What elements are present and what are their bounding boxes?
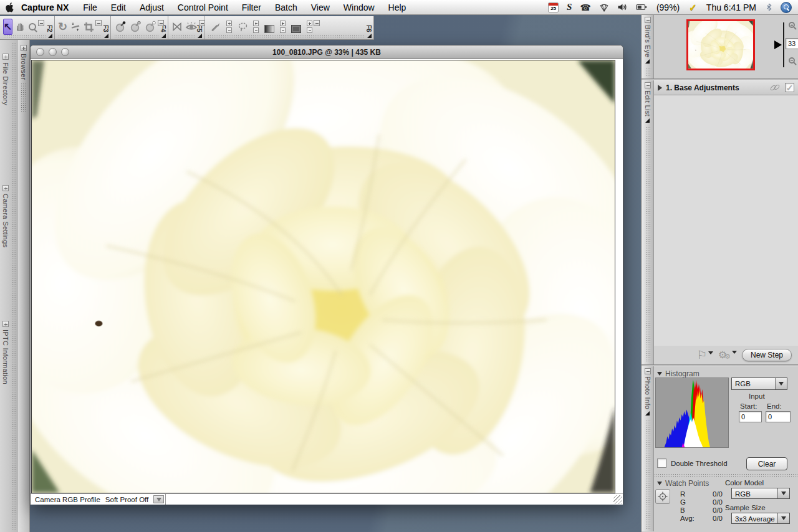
start-input[interactable]: 0 xyxy=(739,411,762,422)
group-drag-strip[interactable] xyxy=(208,34,365,38)
volume-icon[interactable] xyxy=(617,2,628,12)
lasso-minus-button[interactable] xyxy=(253,27,259,33)
menu-adjust[interactable]: Adjust xyxy=(133,0,171,15)
phone-menu-icon[interactable]: ☎ xyxy=(580,2,590,12)
apple-menu[interactable] xyxy=(0,2,19,12)
tab-camera-settings[interactable]: Camera Settings xyxy=(2,185,9,247)
black-control-point-tool[interactable] xyxy=(114,19,127,35)
group-resize-corner-icon[interactable] xyxy=(367,34,372,38)
menu-file[interactable]: File xyxy=(76,0,104,15)
collapse-minus-icon[interactable] xyxy=(645,82,651,88)
brush-plus-button[interactable] xyxy=(226,21,232,26)
zoom-slider-pointer-icon[interactable] xyxy=(774,40,782,49)
yellow-check-menu-icon[interactable]: ✓ xyxy=(689,2,697,13)
calendar-menu-icon[interactable]: 25 xyxy=(548,2,559,12)
white-control-point-tool[interactable] xyxy=(144,19,156,35)
minimize-button[interactable] xyxy=(49,48,57,56)
group-resize-corner-icon[interactable] xyxy=(48,34,52,38)
browser-drag-strip[interactable] xyxy=(21,82,26,112)
tab-drag-strip[interactable] xyxy=(645,67,650,77)
watch-points-header[interactable]: Watch Points xyxy=(657,479,709,488)
new-step-button[interactable]: New Step xyxy=(742,349,792,361)
gradient-plus-button[interactable] xyxy=(280,21,286,26)
menu-view[interactable]: View xyxy=(304,0,337,15)
tab-photo-info[interactable]: Photo Info xyxy=(642,366,654,531)
tab-file-directory[interactable]: File Directory xyxy=(2,54,9,105)
collapse-minus-icon[interactable] xyxy=(645,368,651,374)
hand-tool[interactable] xyxy=(15,19,25,35)
dropdown-button[interactable] xyxy=(777,488,789,498)
group-minimize-button[interactable] xyxy=(95,20,102,26)
double-threshold-checkbox[interactable] xyxy=(657,458,666,468)
color-model-dropdown[interactable]: RGB xyxy=(731,488,790,499)
birds-eye-thumbnail[interactable] xyxy=(686,19,755,70)
airport-wifi-icon[interactable] xyxy=(599,3,609,12)
step-enabled-checkbox[interactable]: ✓ xyxy=(785,83,794,92)
zoom-button[interactable] xyxy=(61,48,69,56)
gradient-tool[interactable] xyxy=(261,19,277,35)
fill-minus-button[interactable] xyxy=(307,27,312,33)
clear-button[interactable]: Clear xyxy=(746,457,787,470)
tab-drag-strip[interactable] xyxy=(645,419,650,530)
fill-tool[interactable] xyxy=(288,19,304,35)
group-resize-corner-icon[interactable] xyxy=(104,34,108,38)
dropdown-button[interactable] xyxy=(777,513,789,523)
group-drag-strip[interactable] xyxy=(3,34,46,38)
zoom-out-button[interactable] xyxy=(789,57,795,64)
rotate-tool[interactable]: ↻ xyxy=(58,19,67,35)
group-minimize-button[interactable] xyxy=(158,20,164,26)
close-button[interactable] xyxy=(36,48,44,56)
script-menu-icon[interactable]: S xyxy=(567,2,572,12)
menu-control-point[interactable]: Control Point xyxy=(171,0,235,15)
menu-batch[interactable]: Batch xyxy=(268,0,304,15)
tab-drag-strip[interactable] xyxy=(645,126,650,363)
histogram-header[interactable]: Histogram xyxy=(657,369,699,378)
fill-plus-button[interactable] xyxy=(307,21,312,26)
lasso-tool[interactable] xyxy=(234,19,251,35)
menu-filter[interactable]: Filter xyxy=(235,0,268,15)
window-resize-grip[interactable] xyxy=(613,495,622,504)
zoom-in-button[interactable] xyxy=(789,22,795,28)
spotlight-icon[interactable] xyxy=(781,2,792,13)
direct-select-tool[interactable]: ↖ xyxy=(3,19,12,35)
tab-iptc-information[interactable]: IPTC Information xyxy=(2,321,9,384)
collapse-minus-icon[interactable] xyxy=(645,17,651,23)
lasso-plus-button[interactable] xyxy=(253,21,259,26)
dropdown-button[interactable] xyxy=(775,378,787,389)
battery-icon[interactable] xyxy=(636,3,647,11)
dock-drag-strip[interactable] xyxy=(11,42,17,530)
brush-minus-button[interactable] xyxy=(226,27,232,33)
zoom-percent-input[interactable]: 33 xyxy=(786,38,798,49)
menu-help[interactable]: Help xyxy=(382,0,413,15)
menu-window[interactable]: Window xyxy=(337,0,382,15)
version-flag-button[interactable]: ⚐ xyxy=(697,349,713,361)
edit-step-row[interactable]: 1. Base Adjustments ✓ xyxy=(654,80,798,95)
group-resize-corner-icon[interactable] xyxy=(198,34,202,38)
sample-size-dropdown[interactable]: 3x3 Average xyxy=(731,513,790,524)
tab-birds-eye[interactable]: Bird's Eye xyxy=(642,15,654,78)
expand-plus-icon[interactable] xyxy=(2,54,9,60)
app-menu-capture-nx[interactable]: Capture NX xyxy=(19,0,76,15)
add-watch-point-button[interactable] xyxy=(655,489,670,504)
disclosure-triangle-icon[interactable] xyxy=(658,85,662,91)
batch-settings-button[interactable]: ⚙ ⚙ xyxy=(718,350,737,360)
group-minimize-button[interactable] xyxy=(38,20,44,26)
soft-proof-dropdown-button[interactable] xyxy=(153,495,164,503)
expand-plus-icon[interactable] xyxy=(2,185,9,191)
straighten-tool[interactable] xyxy=(70,19,81,35)
photo-canvas[interactable] xyxy=(31,60,615,493)
expand-plus-icon[interactable] xyxy=(21,45,27,51)
soft-proof-control[interactable]: Camera RGB Profile Soft Proof Off xyxy=(31,494,166,505)
brush-tool[interactable] xyxy=(208,19,224,35)
tab-edit-list[interactable]: Edit List xyxy=(642,80,654,364)
crop-tool[interactable] xyxy=(84,19,94,35)
selection-control-point-tool[interactable] xyxy=(171,19,183,35)
window-titlebar[interactable]: 100_0810.JPG @ 33% | 435 KB xyxy=(31,45,623,59)
group-drag-strip[interactable] xyxy=(114,34,159,38)
zoom-slider-track[interactable] xyxy=(783,22,784,67)
menu-edit[interactable]: Edit xyxy=(104,0,133,15)
group-drag-strip[interactable] xyxy=(58,34,102,38)
group-drag-strip[interactable] xyxy=(171,34,195,38)
bluetooth-icon[interactable] xyxy=(766,2,772,12)
group-resize-corner-icon[interactable] xyxy=(161,34,166,38)
